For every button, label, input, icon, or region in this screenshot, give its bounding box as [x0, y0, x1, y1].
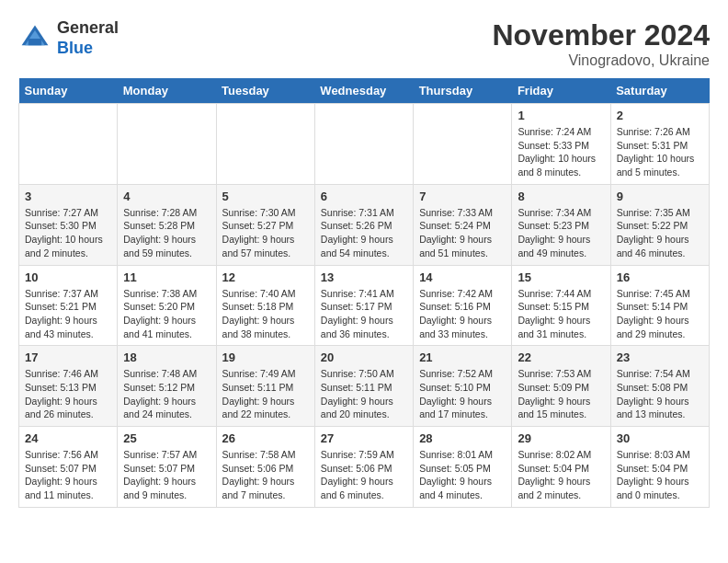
- logo: General Blue: [18, 18, 119, 58]
- day-cell: 16Sunrise: 7:45 AM Sunset: 5:14 PM Dayli…: [610, 265, 709, 346]
- day-cell: 11Sunrise: 7:38 AM Sunset: 5:20 PM Dayli…: [118, 265, 216, 346]
- day-info: Sunrise: 7:31 AM Sunset: 5:26 PM Dayligh…: [321, 206, 407, 260]
- day-info: Sunrise: 8:03 AM Sunset: 5:04 PM Dayligh…: [617, 448, 703, 502]
- week-row-2: 3Sunrise: 7:27 AM Sunset: 5:30 PM Daylig…: [19, 184, 710, 265]
- day-cell: 6Sunrise: 7:31 AM Sunset: 5:26 PM Daylig…: [314, 184, 413, 265]
- day-info: Sunrise: 7:59 AM Sunset: 5:06 PM Dayligh…: [321, 448, 407, 502]
- day-cell: 26Sunrise: 7:58 AM Sunset: 5:06 PM Dayli…: [216, 427, 314, 508]
- day-cell: 5Sunrise: 7:30 AM Sunset: 5:27 PM Daylig…: [216, 184, 314, 265]
- week-row-4: 17Sunrise: 7:46 AM Sunset: 5:13 PM Dayli…: [19, 346, 710, 427]
- day-cell: 18Sunrise: 7:48 AM Sunset: 5:12 PM Dayli…: [118, 346, 216, 427]
- weekday-header-friday: Friday: [512, 78, 610, 104]
- day-info: Sunrise: 7:35 AM Sunset: 5:22 PM Dayligh…: [617, 206, 703, 260]
- day-number: 3: [25, 190, 111, 203]
- day-cell: 30Sunrise: 8:03 AM Sunset: 5:04 PM Dayli…: [610, 427, 709, 508]
- day-number: 23: [617, 350, 703, 364]
- day-number: 8: [518, 190, 604, 203]
- day-number: 11: [123, 270, 210, 284]
- day-number: 29: [518, 431, 604, 445]
- weekday-header-thursday: Thursday: [414, 78, 512, 104]
- day-info: Sunrise: 7:41 AM Sunset: 5:17 PM Dayligh…: [321, 287, 407, 341]
- day-cell: 9Sunrise: 7:35 AM Sunset: 5:22 PM Daylig…: [610, 184, 709, 265]
- day-cell: 7Sunrise: 7:33 AM Sunset: 5:24 PM Daylig…: [414, 184, 512, 265]
- calendar-title: November 2024: [492, 18, 710, 52]
- title-area: November 2024 Vinogradovo, Ukraine: [492, 18, 710, 69]
- day-cell: 1Sunrise: 7:24 AM Sunset: 5:33 PM Daylig…: [512, 104, 610, 185]
- day-cell: [314, 104, 413, 185]
- day-info: Sunrise: 7:40 AM Sunset: 5:18 PM Dayligh…: [222, 287, 309, 341]
- calendar-table: SundayMondayTuesdayWednesdayThursdayFrid…: [18, 78, 710, 508]
- day-cell: 20Sunrise: 7:50 AM Sunset: 5:11 PM Dayli…: [314, 346, 413, 427]
- day-number: 28: [419, 431, 506, 445]
- day-info: Sunrise: 8:02 AM Sunset: 5:04 PM Dayligh…: [518, 448, 604, 502]
- day-cell: [414, 104, 512, 185]
- day-info: Sunrise: 7:24 AM Sunset: 5:33 PM Dayligh…: [518, 125, 604, 179]
- day-cell: 28Sunrise: 8:01 AM Sunset: 5:05 PM Dayli…: [414, 427, 512, 508]
- day-number: 6: [321, 190, 407, 203]
- day-cell: 4Sunrise: 7:28 AM Sunset: 5:28 PM Daylig…: [118, 184, 216, 265]
- day-number: 16: [617, 270, 703, 284]
- weekday-header-tuesday: Tuesday: [216, 78, 314, 104]
- day-cell: 23Sunrise: 7:54 AM Sunset: 5:08 PM Dayli…: [610, 346, 709, 427]
- day-cell: 3Sunrise: 7:27 AM Sunset: 5:30 PM Daylig…: [19, 184, 118, 265]
- day-cell: 15Sunrise: 7:44 AM Sunset: 5:15 PM Dayli…: [512, 265, 610, 346]
- calendar-subtitle: Vinogradovo, Ukraine: [492, 52, 710, 69]
- weekday-header-row: SundayMondayTuesdayWednesdayThursdayFrid…: [19, 78, 710, 104]
- day-cell: 19Sunrise: 7:49 AM Sunset: 5:11 PM Dayli…: [216, 346, 314, 427]
- logo-icon: [18, 22, 51, 55]
- day-number: 20: [321, 350, 407, 364]
- day-info: Sunrise: 7:30 AM Sunset: 5:27 PM Dayligh…: [222, 206, 309, 260]
- day-number: 25: [123, 431, 210, 445]
- day-info: Sunrise: 7:46 AM Sunset: 5:13 PM Dayligh…: [25, 367, 111, 421]
- day-cell: 24Sunrise: 7:56 AM Sunset: 5:07 PM Dayli…: [19, 427, 118, 508]
- day-cell: 12Sunrise: 7:40 AM Sunset: 5:18 PM Dayli…: [216, 265, 314, 346]
- day-number: 30: [617, 431, 703, 445]
- week-row-1: 1Sunrise: 7:24 AM Sunset: 5:33 PM Daylig…: [19, 104, 710, 185]
- day-info: Sunrise: 7:34 AM Sunset: 5:23 PM Dayligh…: [518, 206, 604, 260]
- weekday-header-monday: Monday: [118, 78, 216, 104]
- logo-text: General Blue: [57, 18, 119, 58]
- week-row-3: 10Sunrise: 7:37 AM Sunset: 5:21 PM Dayli…: [19, 265, 710, 346]
- day-cell: [19, 104, 118, 185]
- day-cell: [216, 104, 314, 185]
- day-number: 22: [518, 350, 604, 364]
- day-info: Sunrise: 7:45 AM Sunset: 5:14 PM Dayligh…: [617, 287, 703, 341]
- svg-rect-2: [28, 39, 41, 45]
- day-info: Sunrise: 7:49 AM Sunset: 5:11 PM Dayligh…: [222, 367, 309, 421]
- weekday-header-wednesday: Wednesday: [314, 78, 413, 104]
- day-info: Sunrise: 7:57 AM Sunset: 5:07 PM Dayligh…: [123, 448, 210, 502]
- day-cell: 21Sunrise: 7:52 AM Sunset: 5:10 PM Dayli…: [414, 346, 512, 427]
- day-cell: 13Sunrise: 7:41 AM Sunset: 5:17 PM Dayli…: [314, 265, 413, 346]
- day-info: Sunrise: 7:53 AM Sunset: 5:09 PM Dayligh…: [518, 367, 604, 421]
- day-cell: 17Sunrise: 7:46 AM Sunset: 5:13 PM Dayli…: [19, 346, 118, 427]
- day-number: 14: [419, 270, 506, 284]
- day-info: Sunrise: 7:54 AM Sunset: 5:08 PM Dayligh…: [617, 367, 703, 421]
- day-info: Sunrise: 7:26 AM Sunset: 5:31 PM Dayligh…: [617, 125, 703, 179]
- day-number: 19: [222, 350, 309, 364]
- day-number: 24: [25, 431, 111, 445]
- weekday-header-sunday: Sunday: [19, 78, 118, 104]
- day-info: Sunrise: 7:28 AM Sunset: 5:28 PM Dayligh…: [123, 206, 210, 260]
- day-info: Sunrise: 7:50 AM Sunset: 5:11 PM Dayligh…: [321, 367, 407, 421]
- day-cell: 25Sunrise: 7:57 AM Sunset: 5:07 PM Dayli…: [118, 427, 216, 508]
- day-number: 13: [321, 270, 407, 284]
- day-number: 15: [518, 270, 604, 284]
- day-number: 17: [25, 350, 111, 364]
- header-area: General Blue November 2024 Vinogradovo, …: [18, 18, 710, 69]
- day-number: 27: [321, 431, 407, 445]
- day-number: 9: [617, 190, 703, 203]
- day-info: Sunrise: 7:44 AM Sunset: 5:15 PM Dayligh…: [518, 287, 604, 341]
- day-number: 4: [123, 190, 210, 203]
- day-cell: 27Sunrise: 7:59 AM Sunset: 5:06 PM Dayli…: [314, 427, 413, 508]
- day-info: Sunrise: 7:37 AM Sunset: 5:21 PM Dayligh…: [25, 287, 111, 341]
- day-info: Sunrise: 7:27 AM Sunset: 5:30 PM Dayligh…: [25, 206, 111, 260]
- day-info: Sunrise: 7:42 AM Sunset: 5:16 PM Dayligh…: [419, 287, 506, 341]
- day-number: 21: [419, 350, 506, 364]
- day-number: 26: [222, 431, 309, 445]
- day-cell: 10Sunrise: 7:37 AM Sunset: 5:21 PM Dayli…: [19, 265, 118, 346]
- day-cell: 2Sunrise: 7:26 AM Sunset: 5:31 PM Daylig…: [610, 104, 709, 185]
- day-info: Sunrise: 7:58 AM Sunset: 5:06 PM Dayligh…: [222, 448, 309, 502]
- day-cell: 14Sunrise: 7:42 AM Sunset: 5:16 PM Dayli…: [414, 265, 512, 346]
- day-cell: 22Sunrise: 7:53 AM Sunset: 5:09 PM Dayli…: [512, 346, 610, 427]
- day-info: Sunrise: 7:33 AM Sunset: 5:24 PM Dayligh…: [419, 206, 506, 260]
